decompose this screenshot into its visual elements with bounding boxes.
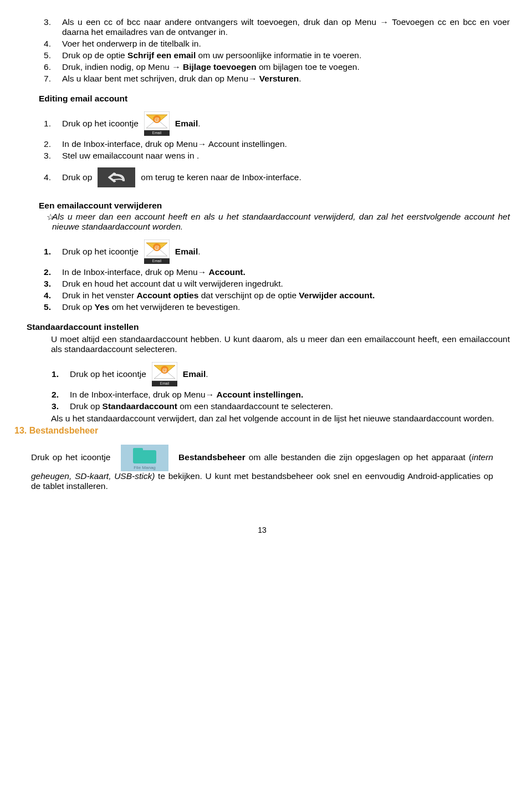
text-span: om uw persoonlijke informatie in te voer… xyxy=(196,50,361,60)
list-number: 2. xyxy=(22,390,70,400)
bold-span: Bestandsbeheer xyxy=(178,452,245,462)
text-span: Druk op het icoontje xyxy=(31,452,110,462)
list-number: 1. xyxy=(14,111,62,136)
icon-caption: File Manag xyxy=(134,465,156,470)
list-item: 3. Druk op Standaardaccount om een stand… xyxy=(22,401,510,411)
text-span: . xyxy=(299,74,301,83)
list-item: 3. Druk en houd het account dat u wilt v… xyxy=(14,279,510,289)
text-span: . xyxy=(198,247,200,256)
page-number: 13 xyxy=(14,526,510,534)
list-item: 6. Druk, indien nodig, op Menu → Bijlage… xyxy=(14,62,510,72)
bold-span: Email xyxy=(175,247,198,256)
bold-span: Yes xyxy=(95,302,110,312)
list-item: 2. In de Inbox-interface, druk op Menu→ … xyxy=(14,139,510,149)
list-number: 4. xyxy=(14,165,62,190)
list-text: Druk op Yes om het verwijderen te bevest… xyxy=(62,302,510,312)
list-number: 7. xyxy=(14,74,62,84)
paragraph: Als u het standaardaccount verwijdert, d… xyxy=(51,414,510,424)
list-text: In de Inbox-interface, druk op Menu→ Acc… xyxy=(62,267,510,277)
chapter-heading: 13. Bestandsbeheer xyxy=(14,426,510,436)
list-number: 5. xyxy=(14,50,62,60)
text-span: om een standaardaccount te selecteren. xyxy=(177,401,333,411)
text-span: Druk op xyxy=(70,401,103,411)
text-span: Als u klaar bent met schrijven, druk dan… xyxy=(62,74,259,83)
list-number: 6. xyxy=(14,62,62,72)
list-text: Druk in het venster Account opties dat v… xyxy=(62,291,510,300)
list-item: 4. Druk op om terug te keren naar de Inb… xyxy=(14,165,510,190)
text-span: In de Inbox-interface, druk op Menu→ xyxy=(70,390,217,399)
list-number: 2. xyxy=(14,139,62,149)
text-span: Email. xyxy=(183,362,208,386)
list-text: In de Inbox-interface, druk op Menu→ Acc… xyxy=(62,139,510,149)
svg-text:@: @ xyxy=(154,117,159,123)
note-text: Als u meer dan een account heeft en als … xyxy=(52,212,510,232)
text-span: . xyxy=(206,369,208,379)
bold-span: Account instellingen. xyxy=(217,390,304,399)
list-number: 3. xyxy=(14,151,62,161)
list-number: 3. xyxy=(14,17,62,37)
list-item: 4. Druk in het venster Account opties da… xyxy=(14,291,510,300)
list-number: 1. xyxy=(14,240,62,264)
email-icon: @ Email xyxy=(144,111,170,136)
section-heading-default: Standaardaccount instellen xyxy=(27,322,510,332)
list-text: Druk en houd het account dat u wilt verw… xyxy=(62,279,510,289)
section-heading-editing: Editing email account xyxy=(39,94,510,104)
text-span: Email. xyxy=(175,111,201,136)
list-number: 3. xyxy=(22,401,70,411)
svg-text:Email: Email xyxy=(152,131,162,135)
list-item: 2. In de Inbox-interface, druk op Menu→ … xyxy=(22,390,510,400)
bold-span: Account. xyxy=(209,267,245,277)
text-span: In de Inbox-interface, druk op Menu→ xyxy=(62,267,209,277)
list-number: 3. xyxy=(14,279,62,289)
svg-rect-7 xyxy=(98,167,135,187)
text-span: Druk in het venster xyxy=(62,291,136,300)
list-text: In de Inbox-interface, druk op Menu→ Acc… xyxy=(70,390,510,400)
email-icon: @ Email xyxy=(144,240,170,264)
paragraph: Druk op het icoontje File Manag Bestands… xyxy=(31,445,493,491)
list-text: Druk op Standaardaccount om een standaar… xyxy=(70,401,510,411)
text-span: Druk op xyxy=(62,302,95,312)
text-span: . xyxy=(198,119,200,128)
svg-rect-24 xyxy=(133,448,143,452)
list-text: Stel uw emailaccount naar wens in . xyxy=(62,151,510,161)
list-text: Als u een cc of bcc naar andere ontvange… xyxy=(62,17,510,37)
list-item: 1. Druk op het icoontje @ Email Email. xyxy=(14,111,510,136)
list-item: 2. In de Inbox-interface, druk op Menu→ … xyxy=(14,267,510,277)
bold-span: Email xyxy=(175,119,198,128)
svg-text:@: @ xyxy=(162,368,167,373)
list-item: 1. Druk op het icoontje @ Email Email. xyxy=(22,362,510,386)
back-arrow-icon xyxy=(98,167,135,187)
list-text: Voer het onderwerp in de titelbalk in. xyxy=(62,39,510,49)
list-item: 7. Als u klaar bent met schrijven, druk … xyxy=(14,74,510,84)
svg-text:Email: Email xyxy=(160,381,170,385)
bold-span: Email xyxy=(183,369,206,379)
list-item: 1. Druk op het icoontje @ Email Email. xyxy=(14,240,510,264)
note-block: ☆ Als u meer dan een account heeft en al… xyxy=(47,212,510,232)
list-item: 4. Voer het onderwerp in de titelbalk in… xyxy=(14,39,510,49)
list-number: 2. xyxy=(14,267,62,277)
list-text: Druk, indien nodig, op Menu → Bijlage to… xyxy=(62,62,510,72)
text-span: Druk op het icoontje xyxy=(70,362,146,386)
list-number: 4. xyxy=(14,291,62,300)
bold-span: Verwijder account. xyxy=(299,291,375,300)
list-item: 5. Druk op Yes om het verwijderen te bev… xyxy=(14,302,510,312)
svg-text:@: @ xyxy=(154,245,159,251)
file-manager-icon: File Manag xyxy=(121,445,168,471)
text-span: Druk op de optie xyxy=(62,50,127,60)
list-number: 5. xyxy=(14,302,62,312)
bold-span: Schrijf een email xyxy=(127,50,196,60)
text-span: Druk op xyxy=(62,165,92,190)
bold-span: Standaardaccount xyxy=(103,401,177,411)
list-number: 1. xyxy=(22,362,70,386)
email-icon: @ Email xyxy=(152,362,177,386)
svg-text:Email: Email xyxy=(152,259,162,263)
list-text: Als u klaar bent met schrijven, druk dan… xyxy=(62,74,510,84)
section-heading-remove: Een emailaccount verwijderen xyxy=(39,201,510,211)
text-span: Druk, indien nodig, op Menu → xyxy=(62,62,183,72)
list-item: 3. Stel uw emailaccount naar wens in . xyxy=(14,151,510,161)
text-span: om terug te keren naar de Inbox-interfac… xyxy=(141,165,301,190)
list-number: 4. xyxy=(14,39,62,49)
text-span: Druk op het icoontje xyxy=(62,240,139,264)
text-span: Druk op het icoontje xyxy=(62,111,139,136)
paragraph: U moet altijd een standaardaccount hebbe… xyxy=(51,334,510,354)
